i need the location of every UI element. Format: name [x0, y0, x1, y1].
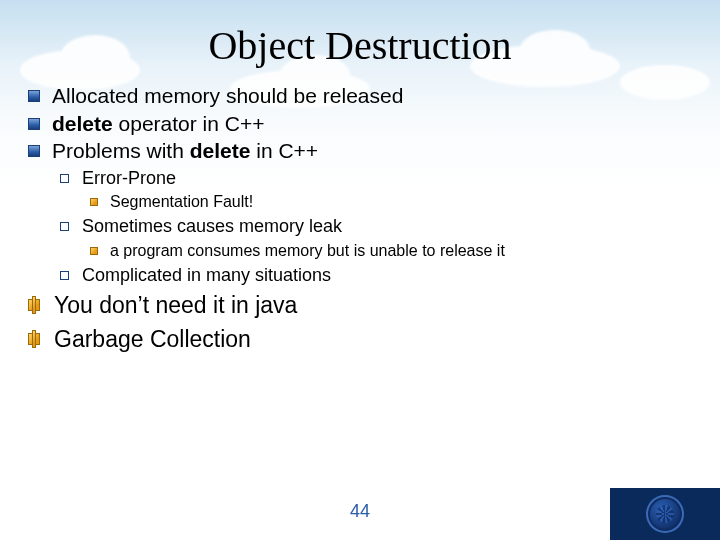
bullet-bold: delete: [52, 112, 113, 135]
bullet-text: Complicated in many situations: [82, 265, 331, 285]
page-number: 44: [0, 501, 720, 522]
slide-body: Allocated memory should be released dele…: [0, 69, 720, 354]
subsubbullet-segfault: Segmentation Fault!: [90, 192, 692, 212]
subsubbullet-consumes-memory: a program consumes memory but is unable …: [90, 241, 692, 261]
bullet-text: Error-Prone: [82, 168, 176, 188]
slide-title: Object Destruction: [0, 0, 720, 69]
bullet-allocated-memory: Allocated memory should be released: [28, 83, 692, 109]
bullet-no-need-java: You don’t need it in java: [28, 291, 692, 320]
slide: Object Destruction Allocated memory shou…: [0, 0, 720, 540]
bullet-delete-operator: delete operator in C++: [28, 111, 692, 137]
subbullet-complicated: Complicated in many situations: [60, 264, 692, 287]
bullet-problems-delete: Problems with delete in C++: [28, 138, 692, 164]
bullet-text: Segmentation Fault!: [110, 193, 253, 210]
bullet-garbage-collection: Garbage Collection: [28, 325, 692, 354]
subbullet-memory-leak: Sometimes causes memory leak: [60, 215, 692, 238]
subbullet-error-prone: Error-Prone: [60, 167, 692, 190]
bullet-text: You don’t need it in java: [54, 292, 297, 318]
bullet-bold: delete: [190, 139, 251, 162]
bullet-text: operator in C++: [113, 112, 265, 135]
bullet-text: a program consumes memory but is unable …: [110, 242, 505, 259]
bullet-text: Problems with: [52, 139, 190, 162]
bullet-text: Garbage Collection: [54, 326, 251, 352]
bullet-text: Sometimes causes memory leak: [82, 216, 342, 236]
bullet-text: in C++: [250, 139, 318, 162]
bullet-text: Allocated memory should be released: [52, 84, 403, 107]
